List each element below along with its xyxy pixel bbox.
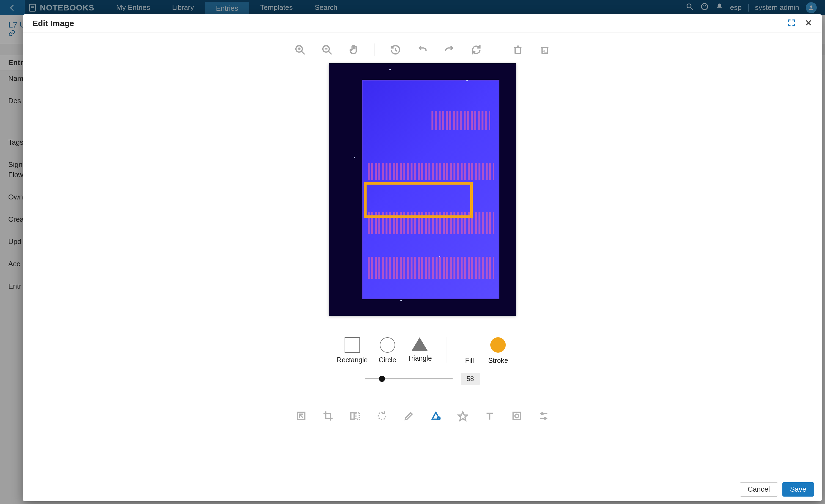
- gel-band-row-4: [368, 257, 494, 279]
- toolbar-sep-2: [497, 44, 497, 56]
- stroke-width-slider: 58: [365, 373, 480, 385]
- shape-circle[interactable]: Circle: [379, 337, 396, 364]
- shape-sep: [447, 337, 447, 363]
- triangle-icon: [411, 337, 428, 351]
- modal-body: ALL Rectangle Circle: [23, 32, 822, 477]
- speck: [466, 80, 468, 81]
- crop-icon[interactable]: [322, 410, 334, 422]
- adjust-icon[interactable]: [537, 410, 550, 422]
- edit-image-modal: Edit Image ALL: [23, 14, 822, 501]
- hand-icon[interactable]: [348, 44, 360, 56]
- gel-band-row-2: [368, 163, 494, 179]
- modal-header: Edit Image: [23, 14, 822, 32]
- save-button[interactable]: Save: [782, 482, 814, 497]
- svg-line-16: [329, 52, 332, 55]
- slider-track[interactable]: [365, 378, 453, 379]
- fill-label: Fill: [465, 357, 474, 364]
- shape-icon[interactable]: [430, 410, 442, 422]
- svg-line-12: [302, 52, 305, 55]
- rotate-icon[interactable]: [376, 410, 388, 422]
- draw-icon[interactable]: [402, 410, 415, 422]
- delete-all-icon[interactable]: ALL: [538, 44, 551, 56]
- flip-icon[interactable]: [349, 410, 361, 422]
- fullscreen-toggle-icon[interactable]: [788, 19, 795, 28]
- image-canvas[interactable]: [329, 63, 516, 316]
- mask-icon[interactable]: [510, 410, 523, 422]
- svg-rect-28: [351, 413, 354, 419]
- svg-marker-32: [458, 412, 467, 421]
- speck: [439, 256, 440, 257]
- zoom-in-icon[interactable]: [294, 44, 306, 56]
- svg-rect-20: [515, 48, 521, 54]
- reset-icon[interactable]: [470, 44, 482, 56]
- editor-bottom-toolbar: [295, 410, 550, 422]
- shape-rectangle-label: Rectangle: [336, 356, 368, 364]
- speck: [389, 69, 391, 70]
- redo-icon[interactable]: [443, 44, 456, 56]
- shape-circle-label: Circle: [379, 356, 396, 364]
- svg-text:ALL: ALL: [542, 50, 547, 53]
- speck: [400, 300, 402, 301]
- slider-thumb[interactable]: [379, 376, 385, 382]
- resize-icon[interactable]: [295, 410, 307, 422]
- star-icon[interactable]: [456, 410, 469, 422]
- text-icon[interactable]: [483, 410, 496, 422]
- shape-triangle-label: Triangle: [407, 354, 432, 362]
- shape-rectangle[interactable]: Rectangle: [336, 337, 368, 364]
- delete-icon[interactable]: [512, 44, 524, 56]
- stroke-label: Stroke: [488, 357, 508, 364]
- undo-icon[interactable]: [416, 44, 429, 56]
- svg-line-19: [395, 50, 397, 51]
- editor-top-toolbar: ALL: [294, 32, 551, 63]
- svg-marker-30: [432, 412, 440, 419]
- fill-color-icon: [462, 337, 477, 353]
- stroke-swatch[interactable]: Stroke: [488, 337, 508, 364]
- shape-triangle[interactable]: Triangle: [407, 337, 432, 362]
- annotation-rectangle[interactable]: [364, 182, 473, 218]
- svg-point-36: [515, 414, 518, 418]
- fill-swatch[interactable]: Fill: [462, 337, 477, 364]
- cancel-button[interactable]: Cancel: [740, 482, 778, 497]
- rectangle-icon: [345, 337, 360, 353]
- close-icon[interactable]: [805, 19, 812, 28]
- speck: [354, 157, 355, 158]
- svg-rect-29: [356, 413, 359, 419]
- modal-title: Edit Image: [32, 19, 74, 28]
- history-icon[interactable]: [389, 44, 402, 56]
- svg-rect-35: [513, 412, 521, 420]
- gel-band-row-1: [432, 111, 490, 130]
- shape-options-row: Rectangle Circle Triangle Fill Stroke: [336, 337, 508, 364]
- slider-value[interactable]: 58: [461, 373, 480, 385]
- stroke-color-icon: [490, 337, 506, 353]
- circle-icon: [380, 337, 395, 353]
- zoom-out-icon[interactable]: [321, 44, 333, 56]
- modal-footer: Cancel Save: [23, 477, 822, 501]
